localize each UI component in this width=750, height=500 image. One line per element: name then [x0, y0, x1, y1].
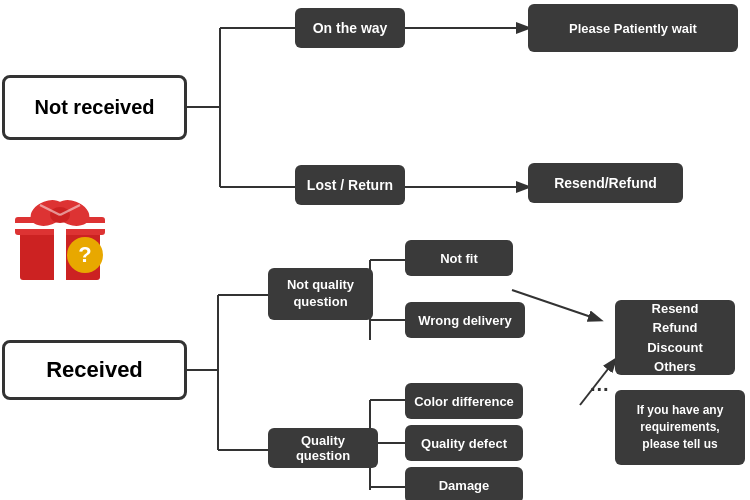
- svg-line-19: [512, 290, 600, 320]
- resend-refund-node: Resend/Refund: [528, 163, 683, 203]
- svg-rect-23: [15, 223, 105, 229]
- contact-us-node: If you have any requirements, please tel…: [615, 390, 745, 465]
- on-the-way-node: On the way: [295, 8, 405, 48]
- not-received-node: Not received: [2, 75, 187, 140]
- quality-question-node: Quality question: [268, 428, 378, 468]
- lost-return-node: Lost / Return: [295, 165, 405, 205]
- wrong-delivery-node: Wrong delivery: [405, 302, 525, 338]
- not-quality-node: Not quality question: [268, 268, 373, 320]
- not-fit-node: Not fit: [405, 240, 513, 276]
- please-wait-node: Please Patiently wait: [528, 4, 738, 52]
- quality-defect-node: Quality defect: [405, 425, 523, 461]
- gift-box-icon: ?: [10, 185, 110, 285]
- resend-options-node: Resend Refund Discount Others: [615, 300, 735, 375]
- flowchart: Not received On the way Please Patiently…: [0, 0, 750, 500]
- ellipsis-dots: ···: [590, 378, 610, 401]
- color-diff-node: Color difference: [405, 383, 523, 419]
- damage-node: Damage: [405, 467, 523, 500]
- received-node: Received: [2, 340, 187, 400]
- svg-text:?: ?: [78, 242, 91, 267]
